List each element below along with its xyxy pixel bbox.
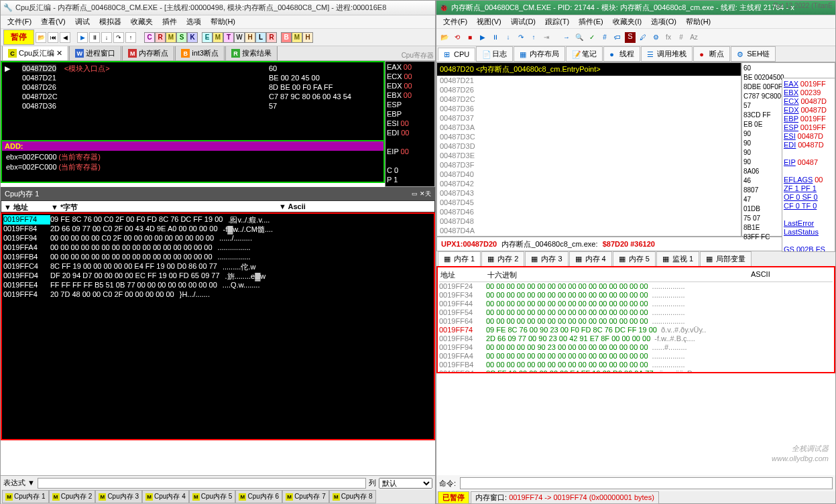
- menu-item[interactable]: 模拟器: [95, 15, 125, 28]
- col-select[interactable]: 默认: [379, 478, 432, 489]
- disasm-row[interactable]: 00487D4C: [437, 235, 741, 237]
- dump-row[interactable]: 0019FFF420 7D 48 00 00 C0 2F 00 00 00 00…: [3, 290, 432, 300]
- disasm-row[interactable]: 00487D48: [437, 216, 741, 226]
- comment-icon[interactable]: #: [599, 32, 610, 43]
- trace-icon[interactable]: ⇥: [541, 32, 552, 43]
- tab-进程窗口[interactable]: W进程窗口: [69, 46, 121, 60]
- mem-tab[interactable]: MCpu内存 5: [189, 490, 236, 503]
- right-disassembly[interactable]: 00487D20 <内存断点_004680c8_cm.EntryPoint> 0…: [436, 62, 741, 237]
- mem-row[interactable]: 0019FF842D 66 09 77 00 90 23 00 42 91 E7…: [439, 334, 833, 343]
- mem-tab[interactable]: ▦内存 3: [525, 251, 568, 266]
- run-icon[interactable]: ▶: [477, 32, 488, 43]
- mem-row[interactable]: 0019FFA400 00 00 00 00 00 00 00 00 00 00…: [439, 352, 833, 361]
- menu-item[interactable]: 收藏夹: [127, 15, 157, 28]
- menu-item[interactable]: 帮助(H): [682, 15, 715, 28]
- disasm-row[interactable]: 00487D3E: [437, 151, 741, 160]
- step-over-icon[interactable]: ↷: [113, 32, 124, 43]
- mem-tab[interactable]: ▦内存 4: [569, 251, 612, 266]
- toolbar-E-button[interactable]: E: [202, 32, 213, 43]
- disasm-row[interactable]: 00487D3657: [5, 101, 381, 111]
- memory-dump[interactable]: 0019FF7409 FE 8C 76 00 C0 2F 00 F0 FD 8C…: [1, 212, 435, 440]
- disasm-row[interactable]: 00487D3A: [437, 123, 741, 132]
- close-icon[interactable]: ✕: [56, 49, 62, 58]
- toolbar-K-button[interactable]: K: [187, 32, 198, 43]
- goto-icon[interactable]: →: [561, 32, 572, 43]
- pause-icon[interactable]: ⏸: [89, 32, 100, 43]
- step-out-icon[interactable]: ↑: [125, 32, 136, 43]
- search-icon[interactable]: 🔍: [574, 32, 585, 43]
- menu-item[interactable]: 调试: [71, 15, 94, 28]
- menu-item[interactable]: 文件(F): [3, 15, 36, 28]
- menu-item[interactable]: 跟踪(T): [541, 15, 573, 28]
- right-memory-dump[interactable]: 地址 十六进制 ASCII 0019FF2400 00 00 00 00 00 …: [436, 266, 835, 373]
- tab-SEH链[interactable]: ⚙SEH链: [731, 46, 776, 62]
- expr-label[interactable]: 表达式 ▼: [3, 478, 35, 488]
- mem-row[interactable]: 0019FF4400 00 00 00 00 00 00 00 00 00 00…: [439, 300, 833, 308]
- disasm-row[interactable]: ▶00487D20<模块入口点>60: [5, 64, 381, 73]
- tab-搜索结果[interactable]: R搜索结果: [225, 46, 278, 60]
- disasm-row[interactable]: 00487D3D: [437, 141, 741, 151]
- step-into-icon[interactable]: ↓: [101, 32, 112, 43]
- disasm-row[interactable]: 00487D2C: [437, 94, 741, 104]
- menu-item[interactable]: 查看(V): [37, 15, 70, 28]
- tab-调用堆栈[interactable]: ☰调用堆栈: [641, 46, 693, 62]
- pause-icon[interactable]: ⏸: [490, 32, 501, 43]
- mem-tab[interactable]: ▦内存 2: [481, 251, 524, 266]
- mem-tab[interactable]: MCpu内存 8: [329, 490, 376, 503]
- toolbar-S-button[interactable]: S: [176, 32, 187, 43]
- dump-row[interactable]: 0019FFA400 00 00 00 00 00 00 00 00 00 00…: [3, 243, 432, 253]
- menu-item[interactable]: 帮助(H): [206, 15, 239, 28]
- mem-tab[interactable]: ▦内存 5: [613, 251, 656, 266]
- toolbar-H-button[interactable]: H: [245, 32, 255, 43]
- back-icon[interactable]: ◀: [60, 32, 70, 43]
- tab-内存布局[interactable]: ▦内存布局: [514, 46, 565, 62]
- mem-tab[interactable]: MCpu内存 6: [235, 490, 282, 503]
- mem-tab[interactable]: ▦内存 1: [438, 251, 481, 266]
- restart-icon[interactable]: ⟲: [452, 32, 463, 43]
- mem-tab[interactable]: MCpu内存 4: [142, 490, 189, 503]
- toolbar-M-button[interactable]: M: [166, 32, 176, 43]
- tab-int3断点[interactable]: Bint3断点: [175, 46, 225, 60]
- tab-日志[interactable]: 📄日志: [476, 46, 513, 62]
- toolbar-R-button[interactable]: R: [266, 32, 277, 43]
- disasm-row[interactable]: 00487D36: [437, 104, 741, 113]
- step-into-icon[interactable]: ↓: [503, 32, 514, 43]
- mem-row[interactable]: 0019FFB400 00 00 00 00 00 00 00 00 00 00…: [439, 361, 833, 369]
- mem-row[interactable]: 0019FFC48C FF 19 00 00 00 00 00 E4 FF 19…: [439, 369, 833, 373]
- disasm-row[interactable]: 00487D37: [437, 113, 741, 123]
- mem-tab[interactable]: MCpu内存 3: [95, 490, 142, 503]
- dump-row[interactable]: 0019FF7409 FE 8C 76 00 C0 2F 00 F0 FD 8C…: [3, 215, 432, 225]
- toolbar-B-button[interactable]: B: [281, 32, 292, 43]
- mem-row[interactable]: 0019FF2400 00 00 00 00 00 00 00 00 00 00…: [439, 282, 833, 291]
- pause-button[interactable]: 暂停: [3, 29, 34, 45]
- mem-row[interactable]: 0019FF6400 00 00 00 00 00 00 00 00 00 00…: [439, 317, 833, 326]
- toolbar-M-button[interactable]: M: [213, 32, 223, 43]
- tab-CPU[interactable]: ⊞CPU: [438, 48, 475, 61]
- open-icon[interactable]: 📂: [36, 32, 46, 43]
- toolbar-R-button[interactable]: R: [155, 32, 166, 43]
- tab-笔记[interactable]: 📝笔记: [566, 46, 603, 62]
- tab-内存断点[interactable]: M内存断点: [122, 46, 174, 60]
- mem-row[interactable]: 0019FF7409 FE 8C 76 00 90 23 00 F0 FD 8C…: [439, 326, 833, 334]
- disasm-row[interactable]: 00487D42: [437, 179, 741, 188]
- panel-controls[interactable]: ▭ ✕天: [412, 190, 431, 198]
- disasm-row[interactable]: 00487D46: [437, 207, 741, 216]
- disasm-row[interactable]: 00487D268D BE 00 F0 FA FF: [5, 82, 381, 92]
- dump-row[interactable]: 0019FFE4FF FF FF FF B5 51 0B 77 00 00 00…: [3, 281, 432, 290]
- tab-断点[interactable]: ●断点: [693, 46, 730, 62]
- disasm-row[interactable]: 00487D2CC7 87 9C 80 06 00 43 54: [5, 92, 381, 101]
- toolbar-L-button[interactable]: L: [255, 32, 266, 43]
- dump-row[interactable]: 0019FF842D 66 09 77 00 C0 2F 00 43 4D 9E…: [3, 225, 432, 234]
- menu-item[interactable]: 文件(F): [439, 15, 471, 28]
- script-icon[interactable]: S: [625, 32, 636, 43]
- disasm-row[interactable]: 00487D21: [437, 76, 741, 85]
- rewind-icon[interactable]: ⏮: [48, 32, 58, 43]
- disasm-row[interactable]: 00487D40: [437, 170, 741, 179]
- mem-tab[interactable]: MCpu内存 7: [282, 490, 329, 503]
- dump-row[interactable]: 0019FFC48C FF 19 00 00 00 00 00 E4 FF 19…: [3, 262, 432, 271]
- disasm-row[interactable]: 00487D3F: [437, 160, 741, 170]
- menu-item[interactable]: 收藏夹(I): [609, 15, 646, 28]
- menu-item[interactable]: 选项(O): [647, 15, 680, 28]
- toolbar-C-button[interactable]: C: [144, 32, 155, 43]
- play-icon[interactable]: ▶: [77, 32, 88, 43]
